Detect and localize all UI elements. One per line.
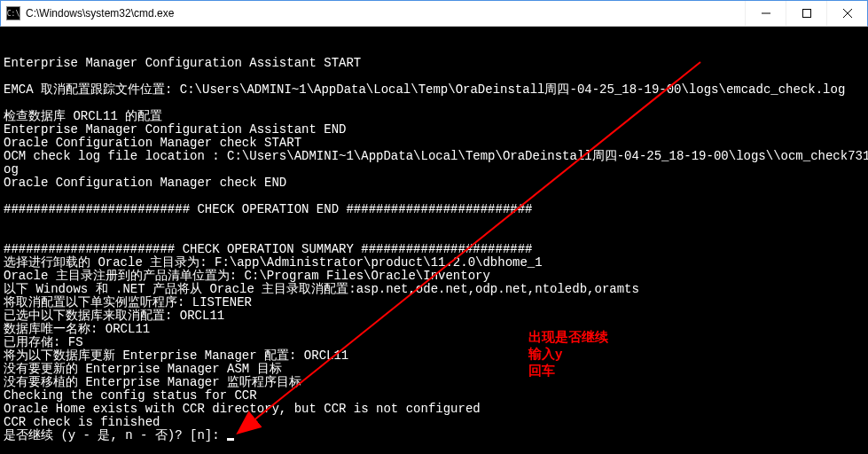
terminal-line	[4, 216, 864, 230]
terminal-line: 是否继续 (y - 是, n - 否)? [n]:	[4, 429, 864, 442]
terminal-line: Oracle 主目录注册到的产品清单位置为: C:\Program Files\…	[4, 270, 864, 283]
terminal-line: ######################### CHECK OPERATIO…	[4, 203, 864, 216]
terminal-line: Oracle Configuration Manager check END	[4, 176, 864, 190]
terminal-line: Enterprise Manager Configuration Assista…	[4, 57, 864, 70]
terminal-line: Enterprise Manager Configuration Assista…	[4, 123, 864, 137]
window-title: C:\Windows\system32\cmd.exe	[26, 7, 174, 20]
terminal-line	[4, 30, 864, 43]
terminal-line: 选择进行卸载的 Oracle 主目录为: F:\app\Administrato…	[4, 256, 864, 270]
window-titlebar: C:\ C:\Windows\system32\cmd.exe	[0, 0, 868, 27]
terminal-line: 没有要移植的 Enterprise Manager 监听程序目标	[4, 376, 864, 389]
terminal-line	[4, 70, 864, 83]
terminal-line: 已用存储: FS	[4, 336, 864, 349]
terminal-line	[4, 43, 864, 57]
terminal-line: 将取消配置以下单实例监听程序: LISTENER	[4, 296, 864, 309]
maximize-button[interactable]	[786, 1, 826, 26]
terminal-line	[4, 230, 864, 243]
close-button[interactable]	[826, 1, 867, 26]
terminal-line: 没有要更新的 Enterprise Manager ASM 目标	[4, 363, 864, 376]
window-controls	[745, 1, 867, 26]
cmd-icon: C:\	[6, 6, 20, 20]
terminal-line	[4, 97, 864, 110]
terminal-line: CCR check is finished	[4, 416, 864, 429]
titlebar-left: C:\ C:\Windows\system32\cmd.exe	[1, 6, 174, 20]
terminal-line	[4, 190, 864, 203]
terminal-area[interactable]: Enterprise Manager Configuration Assista…	[0, 27, 868, 454]
terminal-line: og	[4, 163, 864, 176]
terminal-line: 将为以下数据库更新 Enterprise Manager 配置: ORCL11	[4, 349, 864, 363]
terminal-line: OCM check log file location : C:\Users\A…	[4, 150, 864, 163]
terminal-line: Oracle Configuration Manager check START	[4, 137, 864, 150]
minimize-button[interactable]	[745, 1, 786, 26]
terminal-line: 以下 Windows 和 .NET 产品将从 Oracle 主目录取消配置:as…	[4, 283, 864, 296]
svg-rect-1	[802, 10, 810, 18]
terminal-line: 已选中以下数据库来取消配置: ORCL11	[4, 309, 864, 323]
terminal-line: Oracle Home exists with CCR directory, b…	[4, 403, 864, 416]
terminal-line: ####################### CHECK OPERATION …	[4, 243, 864, 256]
terminal-line: 检查数据库 ORCL11 的配置	[4, 110, 864, 123]
terminal-line: Checking the config status for CCR	[4, 389, 864, 403]
cursor-icon	[227, 438, 234, 441]
terminal-line: 数据库唯一名称: ORCL11	[4, 323, 864, 336]
terminal-line: EMCA 取消配置跟踪文件位置: C:\Users\ADMINI~1\AppDa…	[4, 83, 864, 97]
